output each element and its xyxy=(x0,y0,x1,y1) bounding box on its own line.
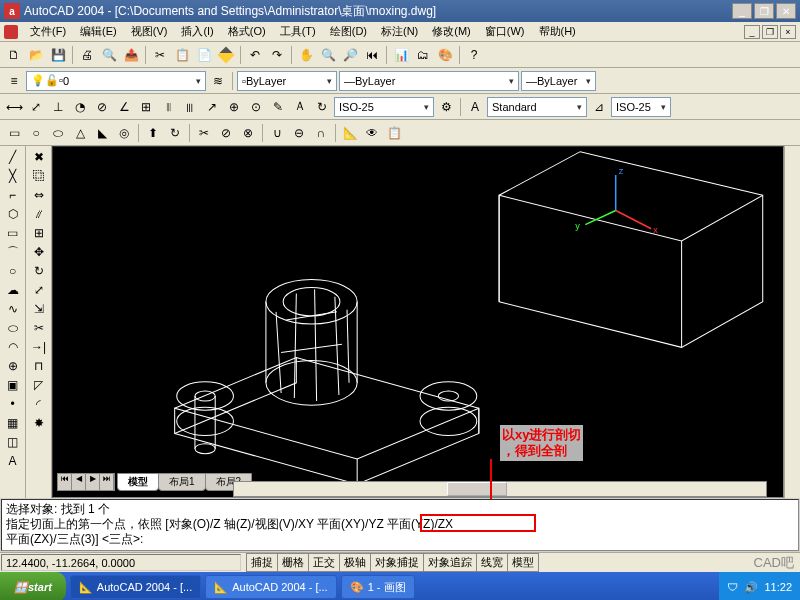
dimtedit-button[interactable]: Ａ xyxy=(290,97,310,117)
pline-button[interactable]: ⌐ xyxy=(3,186,23,204)
setup-drawing-button[interactable]: 📐 xyxy=(340,123,360,143)
system-tray[interactable]: 🛡 🔊 11:22 xyxy=(719,572,800,600)
doc-close-button[interactable]: × xyxy=(780,25,796,39)
union-button[interactable]: ∪ xyxy=(267,123,287,143)
polar-toggle[interactable]: 极轴 xyxy=(339,553,371,572)
slice-button[interactable]: ✂ xyxy=(194,123,214,143)
explode-button[interactable]: ✸ xyxy=(29,414,49,432)
section-button[interactable]: ⊘ xyxy=(216,123,236,143)
zoom-win-button[interactable]: 🔎 xyxy=(340,45,360,65)
xline-button[interactable]: ╳ xyxy=(3,167,23,185)
match-prop-button[interactable] xyxy=(216,45,236,65)
dim-quick-button[interactable]: ⊞ xyxy=(136,97,156,117)
print-button[interactable]: 🖨 xyxy=(77,45,97,65)
spline-button[interactable]: ∿ xyxy=(3,300,23,318)
dimedit-button[interactable]: ✎ xyxy=(268,97,288,117)
menu-window[interactable]: 窗口(W) xyxy=(479,22,531,41)
tab-model[interactable]: 模型 xyxy=(117,473,159,491)
trim-button[interactable]: ✂ xyxy=(29,319,49,337)
doc-minimize-button[interactable]: _ xyxy=(744,25,760,39)
copy-obj-button[interactable]: ⿻ xyxy=(29,167,49,185)
scale-button[interactable]: ⤢ xyxy=(29,281,49,299)
array-button[interactable]: ⊞ xyxy=(29,224,49,242)
table-style-icon[interactable]: ⊿ xyxy=(589,97,609,117)
ellipse-button[interactable]: ⬭ xyxy=(3,319,23,337)
preview-button[interactable]: 🔍 xyxy=(99,45,119,65)
menu-modify[interactable]: 修改(M) xyxy=(426,22,477,41)
dim-angular-button[interactable]: ∠ xyxy=(114,97,134,117)
menu-view[interactable]: 视图(V) xyxy=(125,22,174,41)
cut-button[interactable]: ✂ xyxy=(150,45,170,65)
menu-tools[interactable]: 工具(T) xyxy=(274,22,322,41)
grid-toggle[interactable]: 栅格 xyxy=(277,553,309,572)
help-button[interactable]: ? xyxy=(464,45,484,65)
menu-format[interactable]: 格式(O) xyxy=(222,22,272,41)
sphere-button[interactable]: ○ xyxy=(26,123,46,143)
region-button[interactable]: ◫ xyxy=(3,433,23,451)
intersect-button[interactable]: ∩ xyxy=(311,123,331,143)
publish-button[interactable]: 📤 xyxy=(121,45,141,65)
textstyle-combo[interactable]: Standard xyxy=(487,97,587,117)
layer-combo[interactable]: 💡🔓▫ 0 xyxy=(26,71,206,91)
revolve-button[interactable]: ↻ xyxy=(165,123,185,143)
dim-radius-button[interactable]: ◔ xyxy=(70,97,90,117)
polygon-button[interactable]: ⬡ xyxy=(3,205,23,223)
linetype-combo[interactable]: — ByLayer xyxy=(339,71,519,91)
start-button[interactable]: 🪟 start xyxy=(0,572,66,600)
task-paint[interactable]: 🎨 1 - 画图 xyxy=(341,575,415,599)
menu-file[interactable]: 文件(F) xyxy=(24,22,72,41)
mirror-button[interactable]: ⇔ xyxy=(29,186,49,204)
doc-restore-button[interactable]: ❐ xyxy=(762,25,778,39)
zoom-rt-button[interactable]: 🔍 xyxy=(318,45,338,65)
box-button[interactable]: ▭ xyxy=(4,123,24,143)
dimstyle-manage-button[interactable]: ⚙ xyxy=(436,97,456,117)
wedge-button[interactable]: ◣ xyxy=(92,123,112,143)
tab-scroll-nav[interactable]: ⏮◀▶⏭ xyxy=(57,473,115,491)
mtext-button[interactable]: A xyxy=(3,452,23,470)
erase-button[interactable]: ✖ xyxy=(29,148,49,166)
menu-dimension[interactable]: 标注(N) xyxy=(375,22,424,41)
dim-diameter-button[interactable]: ⊘ xyxy=(92,97,112,117)
leader-button[interactable]: ↗ xyxy=(202,97,222,117)
tray-icon[interactable]: 🛡 xyxy=(727,581,738,593)
tab-layout1[interactable]: 布局1 xyxy=(158,473,206,491)
rotate-button[interactable]: ↻ xyxy=(29,262,49,280)
line-button[interactable]: ╱ xyxy=(3,148,23,166)
circle-button[interactable]: ○ xyxy=(3,262,23,280)
hatch-button[interactable]: ▦ xyxy=(3,414,23,432)
move-button[interactable]: ✥ xyxy=(29,243,49,261)
setup-profile-button[interactable]: 📋 xyxy=(384,123,404,143)
extend-button[interactable]: →| xyxy=(29,338,49,356)
task-autocad-1[interactable]: 📐 AutoCAD 2004 - [... xyxy=(70,575,201,599)
ellipsearc-button[interactable]: ◠ xyxy=(3,338,23,356)
menu-edit[interactable]: 编辑(E) xyxy=(74,22,123,41)
new-button[interactable]: 🗋 xyxy=(4,45,24,65)
dim-aligned-button[interactable]: ⤢ xyxy=(26,97,46,117)
minimize-button[interactable]: _ xyxy=(732,3,752,19)
snap-toggle[interactable]: 捕捉 xyxy=(246,553,278,572)
block-button[interactable]: ▣ xyxy=(3,376,23,394)
paste-button[interactable]: 📄 xyxy=(194,45,214,65)
point-button[interactable]: • xyxy=(3,395,23,413)
properties-button[interactable]: 📊 xyxy=(391,45,411,65)
dim-baseline-button[interactable]: ⫴ xyxy=(158,97,178,117)
maximize-button[interactable]: ❐ xyxy=(754,3,774,19)
dimstyle-combo[interactable]: ISO-25 xyxy=(334,97,434,117)
ortho-toggle[interactable]: 正交 xyxy=(308,553,340,572)
cylinder-button[interactable]: ⬭ xyxy=(48,123,68,143)
zoom-prev-button[interactable]: ⏮ xyxy=(362,45,382,65)
tray-icon[interactable]: 🔊 xyxy=(744,581,758,594)
tablestyle-combo[interactable]: ISO-25 xyxy=(611,97,671,117)
menu-draw[interactable]: 绘图(D) xyxy=(324,22,373,41)
h-scrollbar[interactable] xyxy=(233,481,767,497)
coords-display[interactable]: 12.4400, -11.2664, 0.0000 xyxy=(1,554,241,571)
cone-button[interactable]: △ xyxy=(70,123,90,143)
app-menu-icon[interactable] xyxy=(4,25,18,39)
menu-insert[interactable]: 插入(I) xyxy=(175,22,219,41)
undo-button[interactable]: ↶ xyxy=(245,45,265,65)
chamfer-button[interactable]: ◸ xyxy=(29,376,49,394)
tolerance-button[interactable]: ⊕ xyxy=(224,97,244,117)
fillet-button[interactable]: ◜ xyxy=(29,395,49,413)
redo-button[interactable]: ↷ xyxy=(267,45,287,65)
lineweight-combo[interactable]: — ByLayer xyxy=(521,71,596,91)
